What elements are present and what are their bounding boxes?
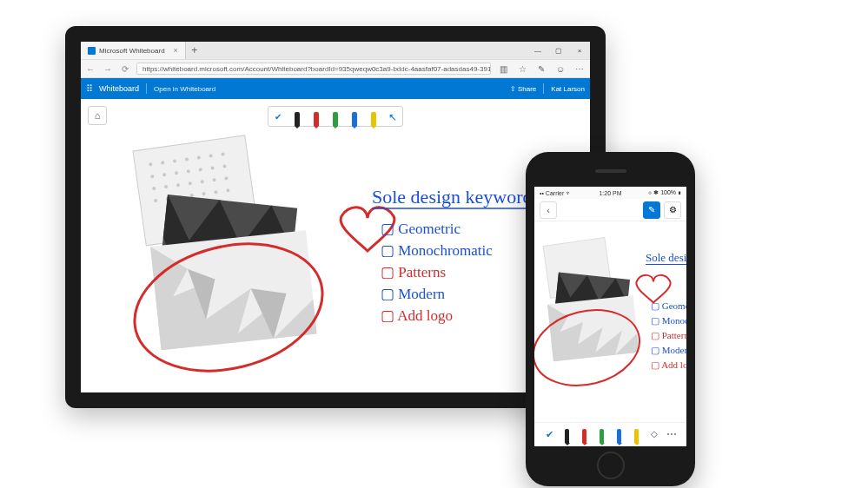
phone-home-button[interactable]: [597, 452, 625, 479]
clock-label: 1:20 PM: [599, 190, 621, 196]
phone-pen-toolbar: ✔ ◇ ⋯: [534, 422, 686, 446]
share-button[interactable]: ⇪ Share: [510, 85, 537, 93]
phone-pen-black[interactable]: [562, 425, 573, 443]
close-button[interactable]: ×: [569, 42, 590, 59]
svg-text:▢ Geometric: ▢ Geometric: [381, 221, 461, 237]
maximize-button[interactable]: ▢: [548, 42, 569, 59]
app-header: ⠿ Whiteboard Open in Whiteboard ⇪ Share …: [81, 78, 590, 99]
svg-text:▢ Monochromatic: ▢ Monochromatic: [651, 315, 686, 326]
svg-text:▢ Add logo: ▢ Add logo: [381, 307, 453, 324]
battery-label: ⟐ ✱ 100% ▮: [648, 189, 681, 196]
whiteboard-canvas[interactable]: ⌂ ✔ ↖: [81, 99, 590, 392]
phone-pen-red[interactable]: [580, 425, 590, 443]
window-controls: — ▢ ×: [527, 42, 590, 59]
phone-settings-button[interactable]: ⚙: [664, 201, 681, 219]
divider: [146, 83, 147, 94]
browser-titlebar: Microsoft Whiteboard × + — ▢ ×: [81, 42, 590, 59]
phone-more-button[interactable]: ⋯: [666, 425, 677, 443]
svg-text:▢ Modern: ▢ Modern: [381, 286, 446, 302]
tablet-device: Microsoft Whiteboard × + — ▢ × ← → ⟳ htt…: [65, 26, 606, 408]
divider: [543, 83, 544, 94]
phone-pen-green[interactable]: [597, 425, 607, 443]
carrier-label: •• Carrier ᯤ: [540, 190, 572, 196]
notes-icon[interactable]: ✎: [534, 64, 548, 74]
board-title-text: Sole design keywords: [372, 186, 540, 208]
tab-favicon: [88, 47, 96, 55]
menu-icon[interactable]: ⋯: [573, 64, 586, 74]
phone-status-bar: •• Carrier ᯤ 1:20 PM ⟐ ✱ 100% ▮: [534, 187, 686, 199]
svg-text:▢ Add logo: ▢ Add logo: [651, 359, 686, 370]
svg-text:Sole design keywords: Sole design keywords: [646, 251, 686, 264]
url-input[interactable]: https://whiteboard.microsoft.com/Account…: [136, 63, 491, 75]
reading-view-icon[interactable]: ▥: [496, 64, 510, 74]
browser-tab[interactable]: Microsoft Whiteboard ×: [81, 42, 186, 59]
phone-whiteboard-canvas[interactable]: Sole design keywords ▢ Geometric ▢ Monoc…: [534, 221, 686, 422]
app-title: Whiteboard: [99, 84, 139, 93]
new-tab-button[interactable]: +: [186, 42, 203, 59]
phone-device: •• Carrier ᯤ 1:20 PM ⟐ ✱ 100% ▮ ‹ ✎ ⚙: [526, 152, 695, 486]
nav-refresh-button[interactable]: ⟳: [119, 64, 131, 74]
user-name[interactable]: Kat Larson: [551, 85, 585, 93]
phone-pen-blue[interactable]: [614, 425, 625, 443]
phone-screen: •• Carrier ᯤ 1:20 PM ⟐ ✱ 100% ▮ ‹ ✎ ⚙: [534, 187, 686, 446]
nav-forward-button[interactable]: →: [102, 64, 114, 74]
phone-eraser-tool[interactable]: ◇: [649, 425, 659, 443]
tab-close-icon[interactable]: ×: [174, 46, 178, 55]
svg-text:▢ Monochromatic: ▢ Monochromatic: [381, 242, 493, 259]
svg-text:▢ Geometric: ▢ Geometric: [651, 300, 686, 311]
app-launcher-icon[interactable]: ⠿: [86, 83, 92, 95]
phone-select-tool[interactable]: ✔: [545, 425, 555, 443]
open-in-app-link[interactable]: Open in Whiteboard: [154, 85, 215, 93]
phone-back-button[interactable]: ‹: [540, 201, 557, 219]
browser-address-bar: ← → ⟳ https://whiteboard.microsoft.com/A…: [81, 59, 590, 78]
svg-text:▢ Patterns: ▢ Patterns: [651, 330, 686, 340]
nav-back-button[interactable]: ←: [84, 64, 96, 74]
favorites-icon[interactable]: ☆: [515, 64, 529, 74]
phone-pen-button[interactable]: ✎: [643, 201, 660, 219]
canvas-svg: Sole design keywords ▢ Geometric ▢ Monoc…: [81, 99, 590, 392]
svg-text:▢ Patterns: ▢ Patterns: [381, 264, 446, 280]
url-text: https://whiteboard.microsoft.com/Account…: [142, 65, 491, 73]
phone-app-header: ‹ ✎ ⚙: [534, 199, 686, 221]
minimize-button[interactable]: —: [527, 42, 548, 59]
tab-title: Microsoft Whiteboard: [99, 47, 165, 55]
tablet-screen: Microsoft Whiteboard × + — ▢ × ← → ⟳ htt…: [81, 42, 590, 392]
share-page-icon[interactable]: ☺: [553, 64, 567, 74]
svg-text:▢ Modern: ▢ Modern: [651, 345, 686, 355]
phone-pen-yellow[interactable]: [632, 425, 642, 443]
